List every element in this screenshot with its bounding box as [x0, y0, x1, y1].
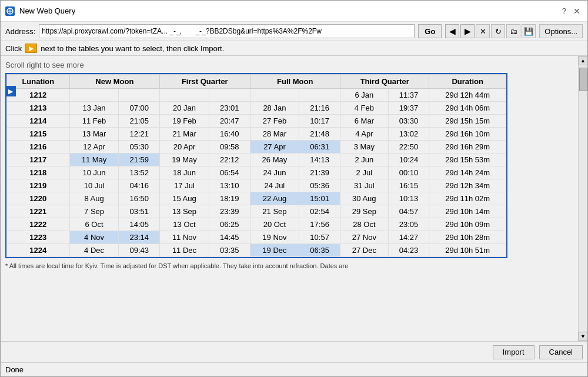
table-cell: 29d 16h 10m [429, 128, 506, 141]
table-cell: 10:57 [299, 231, 340, 244]
table-row: 121711 May21:5919 May22:1226 May14:132 J… [7, 154, 506, 166]
save-button[interactable]: 💾 [522, 24, 536, 38]
table-cell: 12 Apr [69, 141, 119, 154]
table-cell: 21:39 [299, 166, 340, 179]
col-header-new-moon: New Moon [69, 75, 159, 89]
table-cell: 19 Nov [250, 231, 299, 244]
table-row: 12217 Sep03:5113 Sep23:3921 Sep02:5429 S… [7, 205, 506, 218]
table-cell [299, 89, 340, 102]
table-cell: 02:54 [299, 205, 340, 218]
table-cell: 8 Aug [69, 192, 119, 205]
table-cell: 1224 [7, 244, 70, 257]
scroll-down-button[interactable]: ▼ [579, 332, 588, 341]
table-cell: 06:31 [299, 141, 340, 154]
refresh-button[interactable]: ↻ [491, 24, 505, 38]
scroll-area[interactable]: Scroll right to see more ▶ Lunation New … [1, 56, 578, 341]
status-bar: Done [1, 362, 587, 376]
table-cell: 06:54 [209, 166, 250, 179]
table-cell: 27 Nov [340, 231, 388, 244]
table-cell: 1223 [7, 231, 70, 244]
import-arrow-icon: ▶ [25, 44, 37, 53]
close-button[interactable]: ✕ [571, 5, 583, 17]
main-content: Scroll right to see more ▶ Lunation New … [1, 56, 587, 341]
col-header-full-moon: Full Moon [250, 75, 340, 89]
table-cell: 28 Oct [340, 218, 388, 231]
dialog-window: New Web Query ? ✕ Address: Go ◀ ▶ ✕ ↻ 🗂 … [0, 0, 588, 377]
table-cell: 2 Jun [340, 154, 388, 166]
table-cell: 09:58 [209, 141, 250, 154]
table-cell: 11 Dec [160, 244, 209, 257]
table-cell: 14:13 [299, 154, 340, 166]
table-cell: 21:16 [299, 102, 340, 115]
table-cell: 05:30 [119, 141, 160, 154]
table-cell: 19 May [160, 154, 209, 166]
table-cell: 7 Sep [69, 205, 119, 218]
table-cell: 29d 16h 29m [429, 141, 506, 154]
table-cell: 4 Nov [69, 231, 119, 244]
table-row: 121411 Feb21:0519 Feb20:4727 Feb10:176 M… [7, 115, 506, 128]
table-cell: 21:05 [119, 115, 160, 128]
stop-button[interactable]: ✕ [476, 24, 490, 38]
table-row: 12234 Nov23:1411 Nov14:4519 Nov10:5727 N… [7, 231, 506, 244]
footnote: * All times are local time for Kyiv. Tim… [5, 262, 573, 269]
table-cell: 14:05 [119, 218, 160, 231]
table-cell: 29d 10h 09m [429, 218, 506, 231]
data-table: Lunation New Moon First Quarter Full Moo… [6, 74, 506, 257]
help-button[interactable]: ? [560, 6, 569, 15]
import-button[interactable]: Import [493, 345, 534, 359]
table-cell: 22 Aug [250, 192, 299, 205]
table-cell: 20 Oct [250, 218, 299, 231]
table-cell: 09:43 [119, 244, 160, 257]
table-cell [250, 89, 299, 102]
table-cell: 27 Feb [250, 115, 299, 128]
table-cell: 13 Sep [160, 205, 209, 218]
table-cell: 21 Mar [160, 128, 209, 141]
table-cell: 4 Apr [340, 128, 388, 141]
back-button[interactable]: ◀ [445, 24, 459, 38]
table-cell [209, 89, 250, 102]
browse-button[interactable]: 🗂 [506, 24, 520, 38]
table-cell: 29d 15h 53m [429, 154, 506, 166]
title-bar: New Web Query ? ✕ [1, 1, 587, 22]
go-button[interactable]: Go [418, 24, 442, 38]
table-cell: 13:02 [388, 128, 429, 141]
table-cell: 10:24 [388, 154, 429, 166]
table-row: 121513 Mar12:2121 Mar16:4028 Mar21:484 A… [7, 128, 506, 141]
cancel-button[interactable]: Cancel [539, 345, 583, 359]
table-cell: 17:56 [299, 218, 340, 231]
table-cell: 1213 [7, 102, 70, 115]
table-cell: 14:45 [209, 231, 250, 244]
table-cell: 12:21 [119, 128, 160, 141]
table-select-arrow[interactable]: ▶ [5, 86, 16, 96]
table-cell: 13 Jan [69, 102, 119, 115]
table-cell: 21:48 [299, 128, 340, 141]
scroll-hint: Scroll right to see more [5, 61, 573, 69]
table-cell: 29d 10h 28m [429, 231, 506, 244]
table-cell: 1216 [7, 141, 70, 154]
table-cell: 6 Mar [340, 115, 388, 128]
table-cell: 1219 [7, 179, 70, 192]
table-cell: 03:35 [209, 244, 250, 257]
forward-button[interactable]: ▶ [460, 24, 475, 38]
scroll-track[interactable] [579, 65, 588, 332]
table-cell [119, 89, 160, 102]
address-input[interactable] [39, 24, 415, 38]
table-cell: 1212 [7, 89, 70, 102]
table-row: 12126 Jan11:3729d 12h 44m [7, 89, 506, 102]
table-cell: 22:12 [209, 154, 250, 166]
table-cell: 00:10 [388, 166, 429, 179]
scroll-up-button[interactable]: ▲ [579, 56, 588, 65]
scroll-thumb[interactable] [579, 68, 587, 91]
table-cell: 04:16 [119, 179, 160, 192]
table-cell: 18 Jun [160, 166, 209, 179]
bottom-buttons-bar: Import Cancel [1, 341, 587, 362]
options-button[interactable]: Options... [539, 24, 583, 38]
address-bar: Address: Go ◀ ▶ ✕ ↻ 🗂 💾 Options... [1, 22, 587, 41]
nav-icons: ◀ ▶ ✕ ↻ 🗂 💾 [445, 24, 536, 38]
table-cell: 15:01 [299, 192, 340, 205]
table-cell: 30 Aug [340, 192, 388, 205]
table-cell: 03:30 [388, 115, 429, 128]
col-header-third-quarter: Third Quarter [340, 75, 429, 89]
table-cell: 11 May [69, 154, 119, 166]
table-cell: 10:13 [388, 192, 429, 205]
